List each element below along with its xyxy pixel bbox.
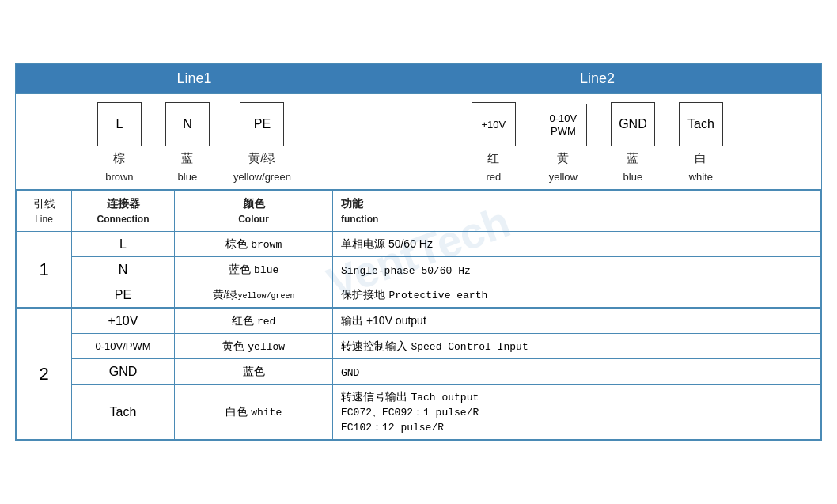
connector-10v: +10V 红 red xyxy=(472,102,516,183)
connector-gnd: GND 蓝 blue xyxy=(611,102,655,183)
line2-header: Line2 xyxy=(373,64,821,94)
main-table: Line1 Line2 L 棕 brown N 蓝 blue xyxy=(15,63,822,441)
connector-PE: PE 黄/绿 yellow/green xyxy=(233,102,291,183)
row-2-gnd-connection: GND xyxy=(72,359,175,385)
connector-PE-en: yellow/green xyxy=(233,171,291,183)
connector-L-box: L xyxy=(97,102,142,146)
line2-connectors: +10V 红 red 0-10VPWM 黄 yellow GND 蓝 blue xyxy=(373,102,821,183)
connector-N-box: N xyxy=(165,102,210,146)
row-2-10v-function: 输出 +10V output xyxy=(333,308,821,334)
connector-L-en: brown xyxy=(105,171,133,183)
row-2-pwm-function: 转速控制输入 Speed Control Input xyxy=(333,334,821,359)
row-2-tach-connection: Tach xyxy=(72,385,175,440)
connector-L: L 棕 brown xyxy=(97,102,142,183)
connector-10v-cn: 红 xyxy=(487,151,499,166)
row-2-pwm-connection: 0-10V/PWM xyxy=(72,334,175,359)
row-2-pwm-colour: 黄色 yellow xyxy=(175,334,333,359)
header-line: 引线 Line xyxy=(17,191,72,232)
header-line-cn: 引线 xyxy=(25,195,63,212)
header-connection-en: Connection xyxy=(80,212,166,226)
connector-N: N 蓝 blue xyxy=(165,102,210,183)
header-colour-cn: 颜色 xyxy=(183,195,324,212)
connector-tach-box: Tach xyxy=(679,102,723,146)
row-1-N-connection: N xyxy=(72,257,175,282)
header-connection-cn: 连接器 xyxy=(80,195,166,212)
line1-title: Line1 xyxy=(176,70,211,86)
row-1-L-function: 单相电源 50/60 Hz xyxy=(333,232,821,257)
row-1-PE-function: 保护接地 Protective earth xyxy=(333,282,821,309)
row-2-10v-connection: +10V xyxy=(72,308,175,334)
row-2-tach-function: 转速信号输出 Tach output EC072、EC092：1 pulse/R… xyxy=(333,385,821,440)
line2-title: Line2 xyxy=(580,70,615,86)
header-colour: 颜色 Colour xyxy=(175,191,333,232)
header-function-cn: 功能 xyxy=(341,195,812,212)
row-1-PE-colour: 黄/绿yellow/green xyxy=(175,282,333,309)
line1-diagram: L 棕 brown N 蓝 blue PE 黄/绿 yellow/green xyxy=(16,94,373,190)
line2-diagram: +10V 红 red 0-10VPWM 黄 yellow GND 蓝 blue xyxy=(373,94,821,190)
connector-L-cn: 棕 xyxy=(113,151,125,166)
row-2-gnd: GND 蓝色 GND xyxy=(17,359,821,385)
header-line-en: Line xyxy=(25,212,63,226)
line1-connectors: L 棕 brown N 蓝 blue PE 黄/绿 yellow/green xyxy=(16,102,373,183)
row-2-gnd-function: GND xyxy=(333,359,821,385)
line1-header: Line1 xyxy=(16,64,373,94)
row-2-tach: Tach 白色 white 转速信号输出 Tach output EC072、E… xyxy=(17,385,821,440)
connector-10v-en: red xyxy=(487,171,502,183)
header-function: 功能 function xyxy=(333,191,821,232)
row-1-L: 1 L 棕色 browm 单相电源 50/60 Hz xyxy=(17,232,821,257)
connector-gnd-box: GND xyxy=(611,102,655,146)
row-1-PE: PE 黄/绿yellow/green 保护接地 Protective earth xyxy=(17,282,821,309)
connector-pwm-cn: 黄 xyxy=(557,151,569,166)
row-1-L-connection: L xyxy=(72,232,175,257)
row-2-tach-colour: 白色 white xyxy=(175,385,333,440)
header-colour-en: Colour xyxy=(183,212,324,226)
connector-pwm-en: yellow xyxy=(549,171,578,183)
connector-gnd-en: blue xyxy=(623,171,643,183)
row-2-10v: 2 +10V 红色 red 输出 +10V output xyxy=(17,308,821,334)
line2-number: 2 xyxy=(17,308,72,440)
row-1-PE-connection: PE xyxy=(72,282,175,309)
row-2-10v-colour: 红色 red xyxy=(175,308,333,334)
header-connection: 连接器 Connection xyxy=(72,191,175,232)
connector-pwm: 0-10VPWM 黄 yellow xyxy=(540,104,587,183)
header-function-en: function xyxy=(341,212,812,226)
connector-gnd-cn: 蓝 xyxy=(627,151,638,166)
connector-N-en: blue xyxy=(178,171,198,183)
row-2-gnd-colour: 蓝色 xyxy=(175,359,333,385)
info-section: 引线 Line 连接器 Connection 颜 xyxy=(16,190,822,441)
row-2-pwm: 0-10V/PWM 黄色 yellow 转速控制输入 Speed Control… xyxy=(17,334,821,359)
row-1-N-colour: 蓝色 blue xyxy=(175,257,333,282)
connector-tach-en: white xyxy=(689,171,713,183)
info-header-row: 引线 Line 连接器 Connection 颜 xyxy=(17,191,821,232)
row-1-N-function: Single-phase 50/60 Hz xyxy=(333,257,821,282)
line1-number: 1 xyxy=(17,232,72,309)
connector-pwm-box: 0-10VPWM xyxy=(540,104,587,146)
connector-tach: Tach 白 white xyxy=(679,102,723,183)
row-1-N: N 蓝色 blue Single-phase 50/60 Hz xyxy=(17,257,821,282)
connector-PE-box: PE xyxy=(240,102,284,146)
row-1-L-colour: 棕色 browm xyxy=(175,232,333,257)
connector-tach-cn: 白 xyxy=(695,151,706,166)
info-table: 引线 Line 连接器 Connection 颜 xyxy=(16,190,821,440)
connector-10v-box: +10V xyxy=(472,102,516,146)
connector-PE-cn: 黄/绿 xyxy=(248,151,275,166)
connector-N-cn: 蓝 xyxy=(181,151,193,166)
